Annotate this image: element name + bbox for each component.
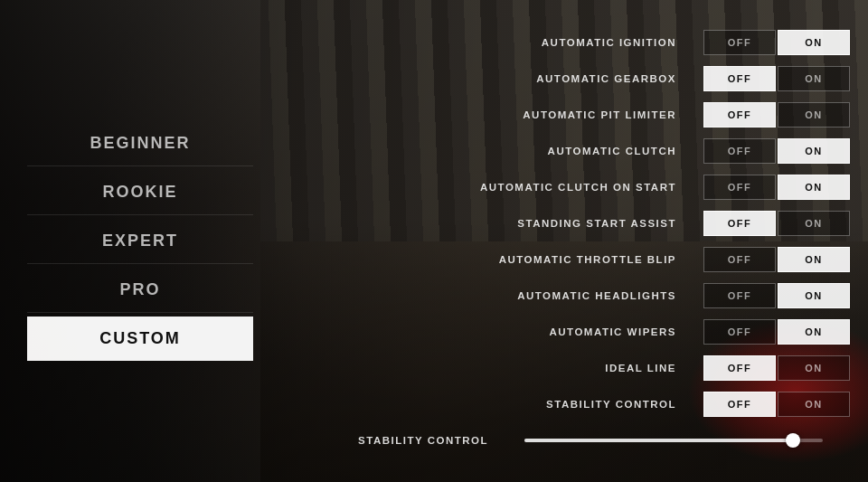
setting-label-automatic-clutch: AUTOMATIC CLUTCH [335,146,703,156]
toggle-group-ideal-line: OFFON [703,355,850,381]
toggle-on-automatic-clutch-on-start[interactable]: ON [778,175,850,200]
toggle-off-automatic-throttle-blip[interactable]: OFF [703,247,776,272]
toggle-off-automatic-pit-limiter[interactable]: OFF [703,102,776,128]
toggle-group-stability-control: OFFON [703,392,850,417]
settings-row-automatic-ignition: AUTOMATIC IGNITIONOFFON [335,25,850,60]
left-panel: BEGINNERROOKIEEXPERTPROCUSTOM [0,0,280,482]
setting-label-automatic-wipers: AUTOMATIC WIPERS [335,326,703,337]
menu-item-pro[interactable]: PRO [27,268,253,313]
toggle-on-automatic-clutch[interactable]: ON [778,138,850,164]
toggle-group-automatic-headlights: OFFON [703,283,850,308]
setting-label-ideal-line: IDEAL LINE [335,363,703,373]
settings-row-automatic-clutch-on-start: AUTOMATIC CLUTCH ON STARTOFFON [335,170,850,204]
slider-thumb[interactable] [786,433,800,448]
toggle-on-automatic-pit-limiter[interactable]: ON [778,102,850,128]
settings-row-automatic-pit-limiter: AUTOMATIC PIT LIMITEROFFON [335,98,850,132]
menu-item-beginner[interactable]: BEGINNER [27,121,253,166]
toggle-on-stability-control[interactable]: ON [778,392,850,417]
menu-item-expert[interactable]: EXPERT [27,219,253,264]
toggle-group-automatic-clutch: OFFON [703,138,850,164]
toggle-off-automatic-gearbox[interactable]: OFF [703,66,776,91]
toggle-group-automatic-clutch-on-start: OFFON [703,175,850,200]
toggle-on-ideal-line[interactable]: ON [778,355,850,381]
toggle-off-automatic-wipers[interactable]: OFF [703,319,776,345]
toggle-off-automatic-ignition[interactable]: OFF [703,30,776,55]
setting-label-standing-start-assist: STANDING START ASSIST [335,218,703,229]
menu-item-rookie[interactable]: ROOKIE [27,170,253,215]
right-panel: AUTOMATIC IGNITIONOFFONAUTOMATIC GEARBOX… [280,0,868,482]
setting-label-automatic-ignition: AUTOMATIC IGNITION [335,37,703,48]
slider-fill [524,439,793,442]
setting-label-automatic-clutch-on-start: AUTOMATIC CLUTCH ON START [335,182,703,193]
setting-label-automatic-headlights: AUTOMATIC HEADLIGHTS [335,290,703,301]
setting-label-automatic-throttle-blip: AUTOMATIC THROTTLE BLIP [335,254,703,265]
toggle-on-automatic-throttle-blip[interactable]: ON [778,247,850,272]
slider-label: STABILITY CONTROL [335,435,515,446]
toggle-group-automatic-ignition: OFFON [703,30,850,55]
toggle-on-standing-start-assist[interactable]: ON [778,211,850,236]
settings-row-stability-control: STABILITY CONTROLOFFON [335,387,850,421]
setting-label-stability-control: STABILITY CONTROL [335,399,703,410]
slider-container[interactable] [515,439,850,442]
setting-label-automatic-pit-limiter: AUTOMATIC PIT LIMITER [335,109,703,120]
settings-row-automatic-gearbox: AUTOMATIC GEARBOXOFFON [335,61,850,96]
toggle-on-automatic-gearbox[interactable]: ON [778,66,850,91]
toggle-off-automatic-clutch-on-start[interactable]: OFF [703,175,776,200]
slider-row-stability: STABILITY CONTROL [335,423,850,458]
toggle-on-automatic-wipers[interactable]: ON [778,319,850,345]
toggle-group-automatic-throttle-blip: OFFON [703,247,850,272]
settings-row-standing-start-assist: STANDING START ASSISTOFFON [335,206,850,241]
settings-row-automatic-headlights: AUTOMATIC HEADLIGHTSOFFON [335,279,850,313]
toggle-off-automatic-clutch[interactable]: OFF [703,138,776,164]
toggle-off-stability-control[interactable]: OFF [703,392,776,417]
toggle-group-automatic-gearbox: OFFON [703,66,850,91]
toggle-group-standing-start-assist: OFFON [703,211,850,236]
toggle-off-standing-start-assist[interactable]: OFF [703,211,776,236]
toggle-on-automatic-ignition[interactable]: ON [778,30,850,55]
toggle-off-ideal-line[interactable]: OFF [703,355,776,381]
settings-row-automatic-wipers: AUTOMATIC WIPERSOFFON [335,315,850,349]
menu-item-custom[interactable]: CUSTOM [27,317,253,361]
settings-row-automatic-throttle-blip: AUTOMATIC THROTTLE BLIPOFFON [335,242,850,277]
main-layout: BEGINNERROOKIEEXPERTPROCUSTOM AUTOMATIC … [0,0,868,482]
settings-row-automatic-clutch: AUTOMATIC CLUTCHOFFON [335,134,850,168]
setting-label-automatic-gearbox: AUTOMATIC GEARBOX [335,73,703,84]
toggle-group-automatic-pit-limiter: OFFON [703,102,850,128]
toggle-on-automatic-headlights[interactable]: ON [778,283,850,308]
toggle-group-automatic-wipers: OFFON [703,319,850,345]
toggle-off-automatic-headlights[interactable]: OFF [703,283,776,308]
settings-row-ideal-line: IDEAL LINEOFFON [335,351,850,385]
slider-track [524,439,823,442]
